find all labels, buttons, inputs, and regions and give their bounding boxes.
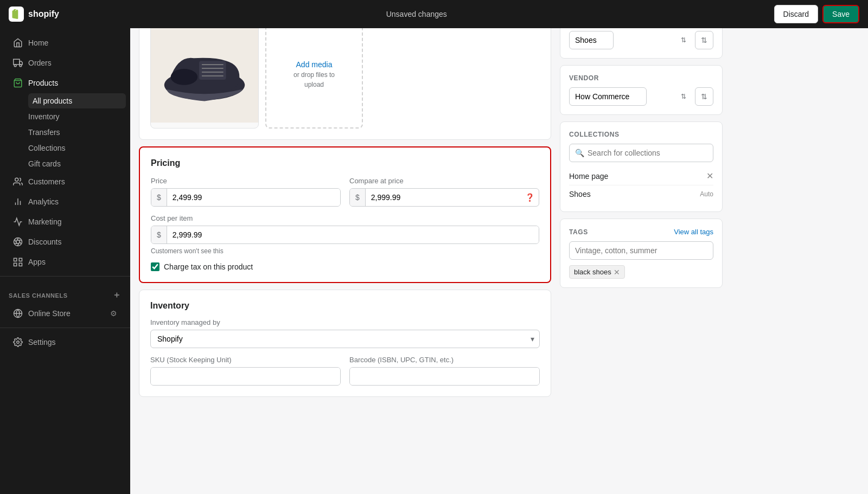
sidebar-item-marketing[interactable]: Marketing [4, 212, 126, 232]
svg-rect-18 [19, 263, 22, 266]
tax-checkbox[interactable] [151, 262, 159, 271]
sidebar-item-marketing-label: Marketing [28, 217, 61, 226]
collections-section: COLLECTIONS 🔍 Home page ✕ Shoes Auto [560, 121, 723, 212]
product-type-select[interactable]: Shoes [569, 31, 614, 49]
topnav-actions: Discard Save [774, 5, 859, 23]
online-store-settings-icon[interactable]: ⚙ [110, 309, 117, 318]
svg-rect-19 [14, 263, 17, 266]
add-sales-channel-icon[interactable]: ＋ [112, 290, 122, 301]
sidebar-item-discounts-label: Discounts [28, 238, 61, 246]
discard-button[interactable]: Discard [774, 5, 818, 23]
vendor-label: Vendor [569, 74, 713, 82]
unsaved-status: Unsaved changes [386, 10, 447, 18]
collections-label: COLLECTIONS [569, 131, 713, 138]
sidebar-item-gift-cards[interactable]: Gift cards [28, 156, 126, 171]
orders-icon [13, 58, 23, 68]
cost-input-wrap: $ [151, 226, 539, 244]
marketing-icon [13, 217, 23, 227]
sales-channels-section: SALES CHANNELS ＋ [0, 281, 130, 303]
sku-barcode-row: SKU (Stock Keeping Unit) Barcode (ISBN, … [150, 356, 540, 386]
sidebar-item-inventory[interactable]: Inventory [28, 109, 126, 124]
compare-help-icon[interactable]: ❓ [521, 189, 539, 206]
sidebar-item-analytics[interactable]: Analytics [4, 192, 126, 211]
search-icon: 🔍 [575, 149, 584, 157]
online-store-icon [13, 309, 23, 318]
collection-shoes: Shoes Auto [569, 185, 713, 203]
vendor-section: Vendor How Commerce ⇅ [560, 65, 723, 115]
svg-point-3 [20, 65, 22, 67]
main-content: Add media or drop files to upload Pricin… [130, 0, 868, 406]
sidebar-item-customers-label: Customers [28, 177, 65, 186]
product-image-thumb [150, 20, 259, 129]
compare-price-field: Compare at price $ ❓ [349, 177, 539, 207]
tax-checkbox-row[interactable]: Charge tax on this product [151, 262, 539, 271]
sales-channels-label: SALES CHANNELS [9, 292, 68, 299]
barcode-input-wrap [349, 367, 540, 386]
tag-chip-label: black shoes [574, 268, 611, 276]
svg-point-5 [15, 178, 18, 181]
logo: shopify [9, 7, 59, 22]
sidebar-item-products-label: Products [28, 79, 58, 87]
svg-rect-16 [14, 258, 17, 261]
sidebar-item-discounts[interactable]: Discounts [4, 232, 126, 252]
barcode-label: Barcode (ISBN, UPC, GTIN, etc.) [349, 356, 540, 364]
collection-shoes-badge: Auto [700, 190, 713, 198]
sidebar-item-customers[interactable]: Customers [4, 172, 126, 191]
add-media-drop-zone[interactable]: Add media or drop files to upload [265, 20, 363, 129]
svg-rect-26 [199, 61, 226, 80]
vendor-select-wrap: How Commerce [569, 87, 691, 106]
apps-icon [13, 257, 23, 267]
compare-price-input-wrap: $ ❓ [349, 188, 539, 207]
collections-search: 🔍 [569, 144, 713, 162]
inventory-managed-select[interactable]: Shopify Manual [150, 330, 540, 348]
sidebar-item-apps-label: Apps [28, 258, 46, 266]
sidebar-item-transfers[interactable]: Transfers [28, 125, 126, 140]
tag-chip-remove-button[interactable]: ✕ [614, 268, 620, 276]
sidebar-item-analytics-label: Analytics [28, 197, 59, 206]
collections-search-input[interactable] [588, 144, 707, 162]
save-button[interactable]: Save [822, 5, 859, 23]
tags-label: TAGS [569, 228, 588, 236]
compare-price-input[interactable] [366, 189, 521, 206]
barcode-input[interactable] [350, 368, 539, 385]
product-edit-area: Add media or drop files to upload Pricin… [139, 9, 551, 397]
tags-header: TAGS View all tags [569, 228, 713, 236]
product-type-expand-button[interactable]: ⇅ [695, 31, 713, 49]
price-input[interactable] [167, 189, 340, 206]
tax-label: Charge tax on this product [164, 262, 253, 271]
svg-point-2 [14, 65, 16, 67]
shopify-logo-icon [9, 7, 24, 22]
price-field: Price $ [151, 177, 341, 207]
add-media-label: Add media [296, 60, 333, 69]
compare-price-label: Compare at price [349, 177, 539, 185]
vendor-select[interactable]: How Commerce [569, 87, 647, 106]
sidebar-item-home[interactable]: Home [4, 33, 126, 53]
vendor-expand-button[interactable]: ⇅ [695, 87, 713, 106]
sidebar-item-products[interactable]: Products [4, 73, 126, 93]
compare-currency-symbol: $ [350, 189, 366, 206]
discounts-icon [13, 237, 23, 247]
svg-point-22 [17, 341, 20, 344]
tags-input[interactable] [569, 241, 713, 260]
topnav: shopify Unsaved changes Discard Save [0, 0, 868, 28]
inventory-managed-select-wrap: Shopify Manual [150, 330, 540, 348]
online-store-label: Online Store [28, 309, 71, 318]
view-all-tags-link[interactable]: View all tags [674, 228, 713, 236]
sidebar-item-settings[interactable]: Settings [4, 332, 126, 352]
sidebar-item-all-products[interactable]: All products [28, 93, 126, 108]
sidebar-item-collections[interactable]: Collections [28, 140, 126, 156]
barcode-field: Barcode (ISBN, UPC, GTIN, etc.) [349, 356, 540, 386]
sku-input[interactable] [151, 368, 340, 385]
pricing-title: Pricing [151, 158, 539, 168]
upload-label: upload [304, 81, 324, 88]
svg-marker-1 [20, 61, 22, 65]
collection-homepage-remove-button[interactable]: ✕ [706, 172, 713, 181]
sidebar-item-online-store[interactable]: Online Store ⚙ [4, 304, 126, 323]
cost-input[interactable] [167, 226, 539, 243]
sidebar-item-orders[interactable]: Orders [4, 53, 126, 73]
inventory-card: Inventory Inventory managed by Shopify M… [139, 290, 551, 397]
analytics-icon [13, 197, 23, 207]
sidebar-item-apps[interactable]: Apps [4, 252, 126, 272]
cost-help-text: Customers won't see this [151, 247, 539, 255]
vendor-row: How Commerce ⇅ [569, 87, 713, 106]
